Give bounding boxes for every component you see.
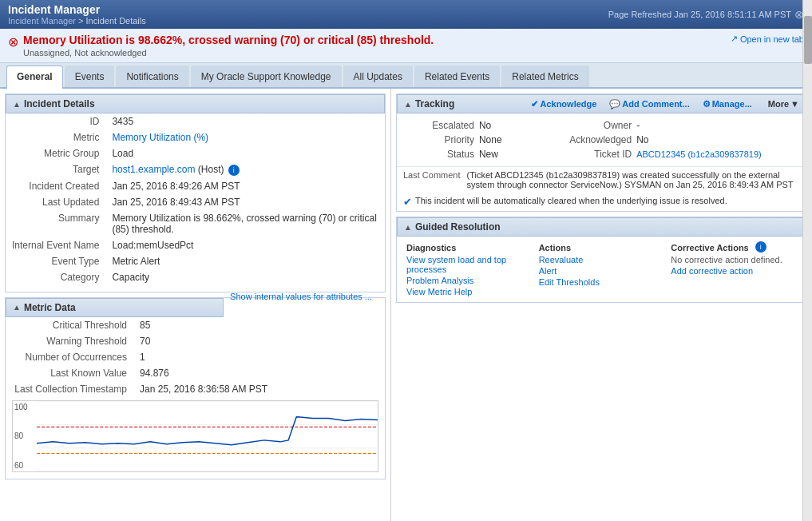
guided-content: Diagnostics View system load and top pro… [397,237,806,302]
tracking-fields: Escalated No Owner - Priority None Ackno… [397,113,806,166]
incident-headline: Memory Utilization is 98.662%, crossed w… [23,34,434,46]
field-label-category: Category [6,269,105,285]
alert-link[interactable]: Alert [539,266,557,276]
open-new-tab-link[interactable]: ↗ Open in new tab [731,34,804,44]
acknowledge-button[interactable]: ✔ Acknowledge [531,99,596,109]
table-row: Summary Memory Utilization is 98.662%, c… [6,210,385,237]
view-metric-help-link[interactable]: View Metric Help [406,287,472,296]
table-row: Target host1.example.com (Host) i [6,161,385,178]
incident-title-bar: ⊗ Memory Utilization is 98.662%, crossed… [0,29,812,63]
scrollbar-track[interactable] [802,89,812,521]
more-button[interactable]: More ▼ [768,99,799,109]
tracking-header[interactable]: ▲ Tracking ✔ Acknowledge 💬 Add Comment..… [397,94,806,113]
acknowledge-icon: ✔ [531,99,538,109]
value-priority: None [479,133,541,147]
check-icon: ✔ [403,196,412,208]
page-refresh-info: Page Refreshed Jan 25, 2016 8:51:11 AM P… [608,8,804,21]
guided-resolution-title: Guided Resolution [415,221,501,233]
label-priority: Priority [403,133,479,147]
left-panel: ▲ Incident Details ID 3435 Metric Memory… [0,89,391,521]
collapse-icon: ▲ [13,100,21,109]
metric-data-section: ▲ Metric Data Critical Threshold 85 Warn… [5,297,386,479]
field-value-id: 3435 [105,113,385,129]
dropdown-icon: ▼ [790,99,799,109]
ticket-link[interactable]: ABCD12345 (b1c2a309837819) [636,149,762,159]
tab-related-events[interactable]: Related Events [414,66,500,87]
right-panel: ▲ Tracking ✔ Acknowledge 💬 Add Comment..… [391,89,812,521]
collapse-icon: ▲ [13,303,21,312]
field-value-warning-threshold: 70 [133,333,385,349]
field-label-warning-threshold: Warning Threshold [6,333,133,349]
field-label-metric: Metric [6,129,105,145]
breadcrumb-current: Incident Details [86,16,146,26]
field-value-last-known-value: 94.876 [133,365,385,381]
auto-clear-notice: ✔ This incident will be automatically cl… [397,193,806,211]
corrective-info-icon[interactable]: i [755,241,766,253]
tab-events[interactable]: Events [65,66,115,87]
field-label-internal-event-name: Internal Event Name [6,237,105,253]
tab-related-metrics[interactable]: Related Metrics [501,66,588,87]
table-row: Category Capacity [6,269,385,285]
tab-my-oracle-support[interactable]: My Oracle Support Knowledge [191,66,342,87]
breadcrumb-home[interactable]: Incident Manager [8,16,76,26]
table-row: Event Type Metric Alert [6,253,385,269]
tracking-toolbar: ✔ Acknowledge 💬 Add Comment... ⚙ Manage.… [531,99,799,109]
value-escalated: No [479,118,541,133]
collapse-icon: ▲ [404,223,412,232]
metric-link[interactable]: Memory Utilization (%) [112,132,208,143]
actions-col: Actions Reevaluate Alert Edit Thresholds [536,241,668,297]
incident-subtext: Unassigned, Not acknowledged [23,48,434,58]
table-row: Internal Event Name Load:memUsedPct [6,237,385,253]
chart-svg [37,401,378,471]
app-title: Incident Manager [8,3,146,16]
edit-thresholds-link[interactable]: Edit Thresholds [539,277,600,287]
show-internal-link[interactable]: Show internal values for attributes ... [230,292,372,301]
field-label-metric-group: Metric Group [6,145,105,161]
tab-notifications[interactable]: Notifications [116,66,188,87]
metric-data-title: Metric Data [24,302,76,313]
field-label-event-type: Event Type [6,253,105,269]
last-comment-text: (Ticket ABCD12345 (b1c2a309837819) was c… [467,170,800,189]
field-value-last-updated: Jan 25, 2016 8:49:43 AM PST [105,194,385,210]
add-corrective-action: Add corrective action [667,265,800,276]
last-comment-label: Last Comment [403,170,461,189]
breadcrumb: Incident Manager > Incident Details [8,16,146,26]
info-icon[interactable]: i [228,165,240,176]
incident-details-header[interactable]: ▲ Incident Details [6,94,385,113]
value-acknowledged: No [636,133,800,147]
comment-icon: 💬 [609,99,620,109]
tab-general[interactable]: General [6,66,63,89]
view-system-load-link[interactable]: View system load and top processes [406,255,506,274]
error-icon: ⊗ [8,34,18,50]
chart-inner [37,401,378,471]
actions-item-3: Edit Thresholds [536,276,668,288]
external-link-icon: ↗ [731,34,738,44]
field-value-internal-event-name: Load:memUsedPct [105,237,385,253]
diagnostics-col: Diagnostics View system load and top pro… [403,241,536,297]
diagnostics-item-3: View Metric Help [403,286,536,297]
metric-data-header[interactable]: ▲ Metric Data [6,298,224,317]
field-value-last-collection: Jan 25, 2016 8:36:58 AM PST [133,381,385,397]
table-row: Metric Group Load [6,145,385,161]
problem-analysis-link[interactable]: Problem Analysis [406,276,473,285]
guided-resolution-header[interactable]: ▲ Guided Resolution [397,217,806,237]
field-label-incident-created: Incident Created [6,178,105,194]
add-comment-button[interactable]: 💬 Add Comment... [609,99,689,109]
tab-all-updates[interactable]: All Updates [343,66,413,87]
table-row: Last Known Value 94.876 [6,365,385,381]
add-corrective-action-link[interactable]: Add corrective action [671,266,753,276]
metric-chart: 100 80 60 [12,400,378,472]
collapse-icon: ▲ [404,100,412,109]
field-value-event-type: Metric Alert [105,253,385,269]
tracking-section: ▲ Tracking ✔ Acknowledge 💬 Add Comment..… [396,93,807,212]
corrective-header: Corrective Actions [667,241,751,254]
app-header: Incident Manager Incident Manager > Inci… [0,0,812,29]
manage-button[interactable]: ⚙ Manage... [703,99,752,109]
reevaluate-link[interactable]: Reevaluate [539,255,584,264]
target-link[interactable]: host1.example.com [112,164,195,175]
label-escalated: Escalated [403,118,479,133]
details-table: ID 3435 Metric Memory Utilization (%) Me… [6,113,385,285]
field-value-incident-created: Jan 25, 2016 8:49:26 AM PST [105,178,385,194]
tabs-bar: General Events Notifications My Oracle S… [0,63,812,89]
field-value-critical-threshold: 85 [133,317,385,333]
